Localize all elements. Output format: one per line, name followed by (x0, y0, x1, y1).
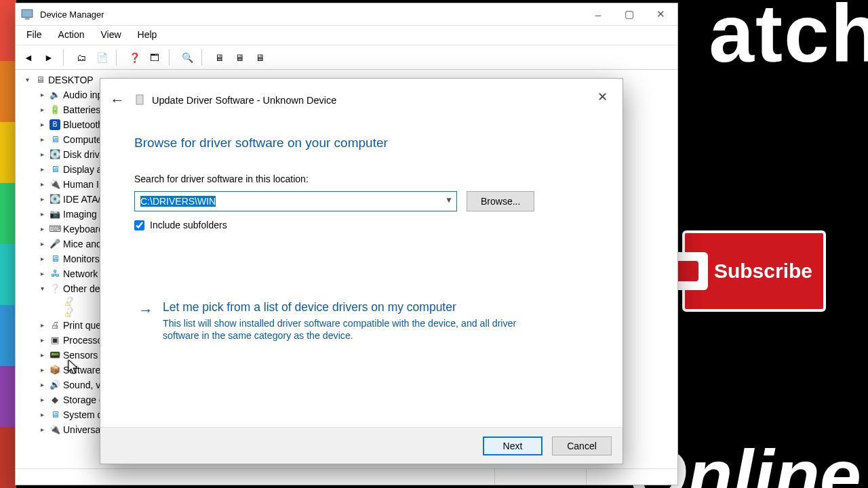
uninstall-icon[interactable]: 🖥 (231, 49, 249, 66)
chevron-icon[interactable]: ▸ (37, 162, 47, 177)
properties-icon[interactable]: 📄 (93, 49, 111, 66)
chevron-icon[interactable]: ▸ (37, 251, 47, 266)
chevron-icon[interactable]: ▸ (37, 177, 47, 192)
sound-icon: 🔊 (50, 380, 60, 390)
menu-view[interactable]: View (92, 26, 129, 45)
usb-icon: 🔌 (50, 179, 60, 190)
include-subfolders-label: Include subfolders (150, 220, 227, 230)
monitor-icon: 🖥 (50, 253, 60, 264)
cancel-button[interactable]: Cancel (552, 436, 612, 455)
pc-icon: 🖥 (35, 75, 45, 85)
chevron-icon[interactable]: ▸ (37, 378, 47, 392)
app-icon (21, 8, 33, 20)
subscribe-button[interactable]: Subscribe (682, 230, 826, 312)
speaker-icon: 🔈 (50, 89, 60, 100)
chevron-icon[interactable]: ▸ (37, 192, 47, 207)
pick-from-list-option[interactable]: → Let me pick from a list of device driv… (134, 291, 568, 350)
next-button[interactable]: Next (483, 436, 542, 455)
maximize-button[interactable]: ▢ (614, 4, 645, 24)
statusbar (16, 468, 677, 485)
update-driver-icon[interactable]: 🖥 (211, 49, 229, 66)
help-icon[interactable]: ❓ (125, 49, 143, 66)
arrow-right-icon: → (138, 302, 153, 319)
tree-node-label: Bluetooth (63, 117, 103, 132)
bluetooth-icon: B (50, 119, 60, 130)
chevron-icon[interactable]: ▸ (37, 222, 47, 237)
include-subfolders-checkbox[interactable] (134, 220, 144, 230)
menubar: File Action View Help (16, 25, 677, 45)
device-manager-window: Device Manager – ▢ ✕ File Action View He… (15, 3, 678, 485)
printer-icon: 🖨 (50, 320, 60, 331)
path-input[interactable] (134, 191, 457, 211)
software-icon: 📦 (50, 365, 60, 375)
wizard-heading: Browse for driver software on your compu… (134, 136, 589, 150)
tree-node-label: Sensors (63, 348, 98, 363)
nav-back-icon[interactable]: ◄ (20, 49, 37, 66)
window-title: Device Manager (40, 9, 104, 20)
display-icon: 🖥 (50, 164, 60, 175)
battery-icon: 🔋 (50, 104, 60, 115)
camera-icon: 📷 (50, 209, 60, 220)
mic-icon: 🎤 (50, 239, 60, 249)
tree-node-label: Monitors (63, 251, 100, 266)
svg-rect-2 (136, 95, 143, 104)
chevron-down-icon[interactable]: ▾ (22, 73, 32, 87)
search-location-label: Search for driver software in this locat… (134, 174, 589, 184)
other-icon: ❔ (50, 283, 60, 294)
print-icon[interactable]: 🗔 (146, 49, 163, 66)
wizard-close-button[interactable]: ✕ (591, 86, 613, 108)
titlebar[interactable]: Device Manager – ▢ ✕ (16, 3, 677, 25)
svg-rect-0 (22, 9, 33, 17)
tree-node-label: Computer (63, 132, 104, 147)
subscribe-label: Subscribe (714, 260, 812, 283)
toolbar: ◄ ► 🗂 📄 ❓ 🗔 🔍 🖥 🖥 🖥 (16, 45, 677, 70)
drive-icon: 💽 (50, 149, 60, 160)
cpu-icon: ▣ (50, 335, 60, 346)
wizard-back-button[interactable]: ← (110, 92, 125, 109)
update-driver-wizard: ← Update Driver Software - Unknown Devic… (100, 78, 623, 464)
chevron-icon[interactable]: ▸ (37, 348, 47, 363)
svg-rect-1 (25, 18, 30, 20)
chevron-icon[interactable]: ▾ (37, 281, 47, 296)
device-icon (134, 94, 145, 107)
scan-hardware-icon[interactable]: 🔍 (178, 49, 196, 66)
system-icon: 🖥 (50, 409, 60, 420)
network-icon: 🖧 (50, 268, 60, 279)
nav-forward-icon[interactable]: ► (40, 49, 58, 66)
chevron-icon[interactable]: ▸ (37, 237, 47, 251)
chevron-icon[interactable]: ▸ (37, 333, 47, 348)
show-hide-tree-icon[interactable]: 🗂 (73, 49, 90, 66)
disable-icon[interactable]: 🖥 (252, 49, 269, 66)
path-combobox[interactable]: ▼ (134, 191, 457, 211)
chevron-icon[interactable]: ▸ (37, 363, 47, 378)
tree-node-label: Batteries (63, 102, 100, 117)
chevron-icon[interactable]: ▸ (37, 422, 47, 437)
include-subfolders-row[interactable]: Include subfolders (134, 220, 589, 230)
minimize-button[interactable]: – (583, 4, 614, 24)
browse-button[interactable]: Browse... (467, 191, 534, 211)
monitor-icon: 🖥 (50, 134, 60, 145)
menu-action[interactable]: Action (50, 26, 93, 45)
chevron-icon[interactable]: ▸ (37, 207, 47, 222)
tree-root-label: DESKTOP (48, 73, 94, 87)
chevron-icon[interactable]: ▸ (37, 147, 47, 162)
wizard-title: Update Driver Software - Unknown Device (152, 95, 336, 106)
chevron-icon[interactable]: ▸ (37, 392, 47, 407)
unknown-warn-icon: ❔ (64, 307, 75, 318)
drive-icon: 💽 (50, 194, 60, 205)
usb-icon: 🔌 (50, 424, 60, 435)
bg-text-top: atch (709, 0, 868, 80)
chevron-icon[interactable]: ▸ (37, 87, 47, 102)
chevron-icon[interactable]: ▸ (37, 102, 47, 117)
chevron-icon[interactable]: ▸ (37, 407, 47, 422)
sensor-icon: 📟 (50, 350, 60, 361)
bg-rainbow-stripes (0, 0, 16, 488)
close-button[interactable]: ✕ (645, 4, 676, 24)
menu-file[interactable]: File (18, 26, 50, 45)
menu-help[interactable]: Help (130, 26, 165, 45)
chevron-icon[interactable]: ▸ (37, 132, 47, 147)
keyboard-icon: ⌨ (50, 224, 60, 235)
chevron-icon[interactable]: ▸ (37, 318, 47, 333)
chevron-icon[interactable]: ▸ (37, 266, 47, 281)
chevron-icon[interactable]: ▸ (37, 117, 47, 132)
